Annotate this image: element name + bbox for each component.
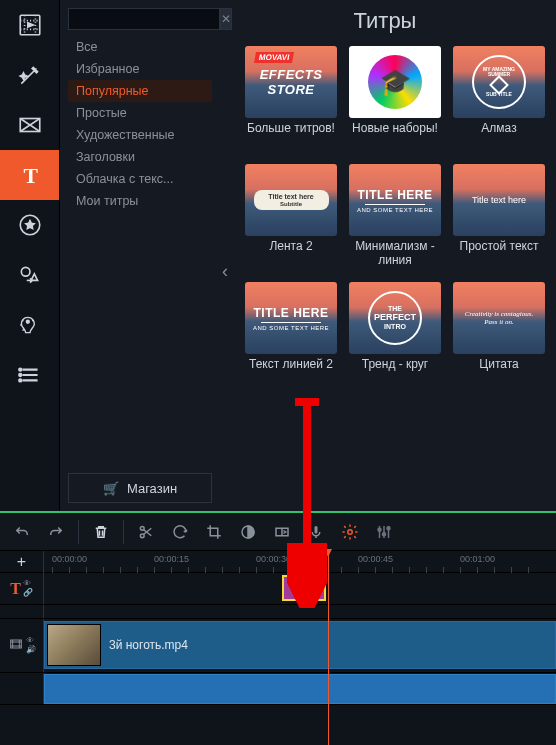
category-item[interactable]: Популярные	[68, 80, 212, 102]
svg-point-8	[19, 379, 21, 381]
color-button[interactable]	[232, 517, 264, 547]
spacer-track	[0, 605, 556, 619]
equalizer-button[interactable]	[368, 517, 400, 547]
category-item[interactable]: Мои титры	[68, 190, 212, 212]
preset-label: Алмаз	[452, 122, 546, 150]
time-tick: 00:00:15	[154, 554, 189, 564]
category-item[interactable]: Заголовки	[68, 146, 212, 168]
preset-label: Лента 2	[244, 240, 338, 268]
left-toolbar: T	[0, 0, 60, 511]
undo-button[interactable]	[6, 517, 38, 547]
preset-card[interactable]: 🎓Новые наборы!	[348, 46, 442, 150]
audio-track	[0, 673, 556, 705]
tool-titles[interactable]: T	[0, 150, 59, 200]
preset-card[interactable]: Title text hereПростой текст	[452, 164, 546, 268]
delete-button[interactable]	[85, 517, 117, 547]
tool-shapes[interactable]	[0, 250, 59, 300]
redo-button[interactable]	[40, 517, 72, 547]
transition-button[interactable]	[266, 517, 298, 547]
preset-card[interactable]: MY AMAZING SUMMERSUB TITLEАлмаз	[452, 46, 546, 150]
category-item[interactable]: Избранное	[68, 58, 212, 80]
title-track-icon: T	[10, 580, 21, 598]
timeline: + 00:00:0000:00:1500:00:3000:00:4500:01:…	[0, 511, 556, 745]
preset-thumb: Creativity is contagious.Pass it on.	[453, 282, 545, 354]
eye-icon[interactable]: 👁	[23, 580, 33, 588]
mute-icon[interactable]: 🔊	[26, 646, 36, 654]
svg-point-10	[140, 526, 144, 530]
tool-transitions[interactable]	[0, 100, 59, 150]
preset-thumb: MY AMAZING SUMMERSUB TITLE	[453, 46, 545, 118]
title-track: T 👁🔗 Tᴛ	[0, 573, 556, 605]
tool-stickers[interactable]	[0, 200, 59, 250]
preset-thumb: 🎓	[349, 46, 441, 118]
clip-name: 3й ноготь.mp4	[109, 638, 188, 652]
preset-thumb: Title text hereSubtitle	[245, 164, 337, 236]
preset-label: Простой текст	[452, 240, 546, 268]
category-item[interactable]: Облачка с текс...	[68, 168, 212, 190]
title-track-head[interactable]: T 👁🔗	[0, 573, 44, 604]
time-tick: 00:00:45	[358, 554, 393, 564]
svg-point-14	[348, 529, 353, 534]
preset-label: Новые наборы!	[348, 122, 442, 150]
preset-grid: ‹ MOVAVIEFFECTSSTOREБольше титров!🎓Новые…	[224, 46, 546, 386]
video-track-icon	[8, 636, 24, 655]
video-clip[interactable]: 3й ноготь.mp4	[44, 621, 556, 669]
crop-button[interactable]	[198, 517, 230, 547]
eye-icon[interactable]: 👁	[26, 637, 36, 645]
category-list: ВсеИзбранноеПопулярныеПростыеХудожествен…	[68, 36, 212, 473]
record-audio-button[interactable]	[300, 517, 332, 547]
svg-point-17	[387, 526, 390, 529]
preset-card[interactable]: THEPERFECTINTROТренд - круг	[348, 282, 442, 386]
preset-card[interactable]: MOVAVIEFFECTSSTOREБольше титров!	[244, 46, 338, 150]
preset-card[interactable]: TITLE HEREAND SOME TEXT HEREТекст линией…	[244, 282, 338, 386]
audio-clip[interactable]	[44, 674, 556, 704]
category-item[interactable]: Простые	[68, 102, 212, 124]
time-tick: 00:00:30	[256, 554, 291, 564]
tool-speed[interactable]	[0, 300, 59, 350]
category-item[interactable]: Художественные	[68, 124, 212, 146]
svg-point-9	[140, 533, 144, 537]
svg-point-5	[25, 320, 29, 324]
shop-label: Магазин	[127, 481, 177, 496]
preset-card[interactable]: Creativity is contagious.Pass it on.Цита…	[452, 282, 546, 386]
svg-point-4	[21, 267, 30, 276]
time-tick: 00:00:00	[52, 554, 87, 564]
tool-media[interactable]	[0, 0, 59, 50]
panel-title: Титры	[224, 8, 546, 34]
settings-button[interactable]	[334, 517, 366, 547]
video-track: 👁🔊 3й ноготь.mp4	[0, 619, 556, 673]
tool-more[interactable]	[0, 350, 59, 400]
shop-button[interactable]: 🛒 Магазин	[68, 473, 212, 503]
svg-rect-13	[315, 526, 318, 534]
svg-point-6	[19, 369, 21, 371]
search-input[interactable]	[68, 8, 220, 30]
preset-card[interactable]: TITLE HEREAND SOME TEXT HEREМинимализм -…	[348, 164, 442, 268]
chevron-left-icon[interactable]: ‹	[222, 261, 228, 282]
cart-icon: 🛒	[103, 481, 119, 496]
add-track-button[interactable]: +	[0, 551, 44, 573]
preset-thumb: Title text here	[453, 164, 545, 236]
category-pane: ✕ ВсеИзбранноеПопулярныеПростыеХудожеств…	[60, 0, 220, 511]
cut-button[interactable]	[130, 517, 162, 547]
category-item[interactable]: Все	[68, 36, 212, 58]
preset-label: Тренд - круг	[348, 358, 442, 386]
preset-thumb: MOVAVIEFFECTSSTORE	[245, 46, 337, 118]
playhead[interactable]	[328, 551, 329, 746]
time-tick: 00:01:00	[460, 554, 495, 564]
preset-thumb: THEPERFECTINTRO	[349, 282, 441, 354]
rotate-button[interactable]	[164, 517, 196, 547]
preset-thumb: TITLE HEREAND SOME TEXT HERE	[245, 282, 337, 354]
video-track-head[interactable]: 👁🔊	[0, 619, 44, 672]
svg-text:T: T	[23, 164, 38, 188]
preset-label: Больше титров!	[244, 122, 338, 150]
preset-label: Минимализм - линия	[348, 240, 442, 268]
svg-point-7	[19, 374, 21, 376]
svg-point-16	[383, 532, 386, 535]
timeline-ruler[interactable]: + 00:00:0000:00:1500:00:3000:00:4500:01:…	[0, 551, 556, 573]
svg-point-15	[378, 528, 381, 531]
link-icon[interactable]: 🔗	[23, 589, 33, 597]
preset-card[interactable]: Title text hereSubtitleЛента 2	[244, 164, 338, 268]
tool-filters[interactable]	[0, 50, 59, 100]
timeline-toolbar	[0, 513, 556, 551]
title-clip[interactable]: Tᴛ	[282, 575, 326, 601]
